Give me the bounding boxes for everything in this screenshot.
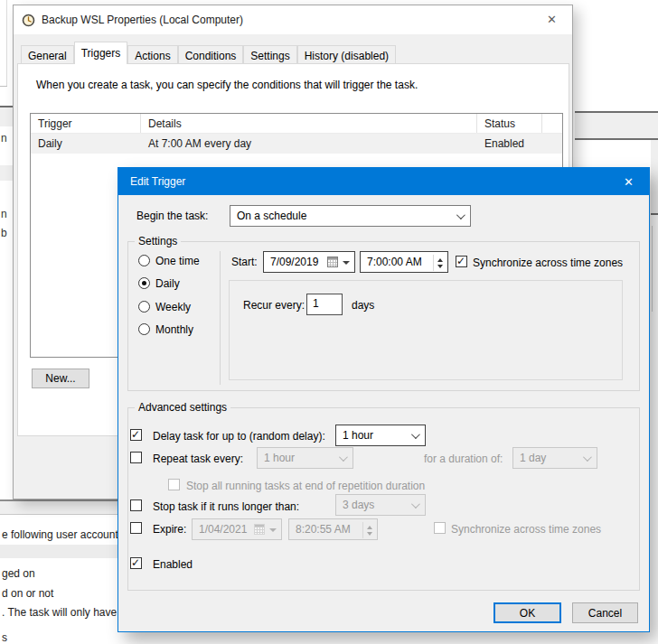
- tab-strip: General Triggers Actions Conditions Sett…: [21, 42, 396, 64]
- cancel-button[interactable]: Cancel: [572, 602, 638, 623]
- cell-details: At 7:00 AM every day: [141, 134, 477, 154]
- dropdown-arrow-icon: [343, 261, 350, 265]
- background-line: [575, 138, 658, 140]
- properties-titlebar[interactable]: Backup WSL Properties (Local Computer): [14, 5, 572, 34]
- cell-trigger: Daily: [31, 134, 141, 154]
- radio-monthly-label[interactable]: Monthly: [155, 323, 193, 336]
- delay-task-checkbox[interactable]: [130, 429, 142, 441]
- cell-status: Enabled: [477, 134, 542, 154]
- enabled-label[interactable]: Enabled: [153, 558, 193, 571]
- expire-time-spinner: 8:20:55 AM: [288, 518, 378, 540]
- repeat-task-checkbox[interactable]: [130, 452, 142, 463]
- new-button[interactable]: New...: [32, 369, 89, 388]
- dropdown-arrow-icon: [269, 528, 277, 532]
- ok-button[interactable]: OK: [494, 602, 561, 623]
- background-vline: [6, 0, 7, 86]
- stop-task-select: 3 days: [335, 494, 426, 516]
- repeat-task-label[interactable]: Repeat task every:: [153, 453, 243, 465]
- tab-triggers[interactable]: Triggers: [74, 42, 128, 64]
- close-icon[interactable]: ✕: [608, 168, 649, 195]
- spinner-arrows-icon[interactable]: [433, 255, 444, 271]
- background-vline: [652, 226, 653, 312]
- duration-label: for a duration of:: [424, 453, 503, 465]
- enabled-checkbox[interactable]: [130, 557, 142, 569]
- expire-date-value: 1/04/2021: [199, 523, 247, 536]
- radio-weekly[interactable]: [138, 301, 150, 313]
- chevron-down-icon: [583, 453, 592, 462]
- chevron-down-icon: [411, 430, 420, 439]
- calendar-icon: [254, 524, 265, 535]
- repeat-interval-select: 1 hour: [257, 447, 353, 469]
- column-header-status[interactable]: Status: [477, 114, 542, 133]
- delay-task-label[interactable]: Delay task for up to (random delay):: [153, 430, 325, 443]
- start-time-spinner[interactable]: 7:00:00 AM: [360, 251, 448, 273]
- start-label: Start:: [231, 256, 258, 268]
- repeat-interval-value: 1 hour: [264, 452, 295, 464]
- expire-checkbox[interactable]: [130, 522, 142, 534]
- expire-time-value: 8:20:55 AM: [296, 523, 351, 536]
- delay-task-value: 1 hour: [343, 429, 373, 442]
- spinner-arrows-icon: [362, 522, 373, 538]
- radio-daily-label[interactable]: Daily: [155, 277, 180, 290]
- window-title: Backup WSL Properties (Local Computer): [42, 14, 243, 26]
- edit-trigger-dialog: Edit Trigger ✕ Begin the task: On a sche…: [118, 167, 650, 632]
- background-text-fragment: n: [1, 132, 7, 145]
- table-header: Trigger Details Status: [31, 114, 562, 134]
- chevron-down-icon: [456, 210, 465, 219]
- radio-daily[interactable]: [138, 277, 150, 289]
- duration-value: 1 day: [520, 452, 546, 464]
- expire-sync-checkbox: [434, 522, 446, 534]
- tab-general[interactable]: General: [21, 45, 74, 64]
- stop-task-label[interactable]: Stop task if it runs longer than:: [153, 500, 299, 513]
- background-text-fragment: s: [2, 631, 7, 644]
- start-date-picker[interactable]: 7/09/2019: [263, 251, 355, 273]
- duration-select: 1 day: [512, 447, 597, 469]
- stop-all-tasks-label: Stop all running tasks at end of repetit…: [186, 480, 425, 492]
- background-text-fragment: . The task will only have: [2, 606, 117, 619]
- background-text-fragment: d on or not: [2, 587, 53, 600]
- radio-monthly[interactable]: [138, 323, 150, 335]
- begin-task-select[interactable]: On a schedule: [230, 205, 471, 227]
- stop-task-checkbox[interactable]: [130, 499, 142, 511]
- background-band: [0, 107, 13, 126]
- column-header-details[interactable]: Details: [141, 114, 477, 133]
- background-band: [575, 113, 658, 138]
- sync-timezones-label[interactable]: Synchronize across time zones: [473, 257, 623, 269]
- calendar-icon: [327, 257, 338, 267]
- start-date-value: 7/09/2019: [270, 256, 318, 268]
- start-time-value: 7:00:00 AM: [367, 256, 422, 268]
- sync-timezones-checkbox[interactable]: [456, 256, 467, 267]
- begin-task-value: On a schedule: [237, 210, 306, 222]
- background-band: [0, 545, 118, 558]
- dialog-titlebar[interactable]: Edit Trigger: [118, 168, 649, 195]
- tab-actions[interactable]: Actions: [127, 45, 177, 64]
- background-text-fragment: b: [1, 227, 7, 239]
- expire-label[interactable]: Expire:: [153, 523, 186, 536]
- recur-every-input[interactable]: 1: [306, 294, 343, 315]
- tab-history[interactable]: History (disabled): [297, 45, 396, 64]
- expire-sync-label: Synchronize across time zones: [451, 523, 601, 536]
- table-row[interactable]: Daily At 7:00 AM every day Enabled: [31, 134, 562, 154]
- radio-one-time[interactable]: [138, 255, 150, 266]
- background-band: [651, 140, 658, 213]
- background-line: [0, 86, 7, 87]
- dialog-title: Edit Trigger: [130, 175, 185, 188]
- background-text-fragment: n: [1, 208, 7, 220]
- chevron-down-icon: [411, 499, 420, 509]
- task-scheduler-clock-icon: [22, 14, 35, 27]
- tab-description: When you create a task, you can specify …: [36, 79, 418, 91]
- column-header-trigger[interactable]: Trigger: [31, 114, 141, 133]
- delay-task-select[interactable]: 1 hour: [335, 425, 426, 446]
- tab-conditions[interactable]: Conditions: [178, 45, 244, 64]
- begin-task-label: Begin the task:: [136, 210, 208, 222]
- tab-settings[interactable]: Settings: [243, 45, 296, 64]
- background-line: [0, 514, 118, 515]
- settings-group-label: Settings: [135, 235, 181, 247]
- background-band: [0, 165, 13, 181]
- recur-every-label: Recur every:: [243, 299, 305, 312]
- stop-task-value: 3 days: [343, 499, 374, 511]
- radio-one-time-label[interactable]: One time: [155, 255, 200, 267]
- radio-weekly-label[interactable]: Weekly: [155, 301, 191, 313]
- close-icon[interactable]: ✕: [531, 5, 572, 33]
- background-text-fragment: ged on: [2, 567, 35, 580]
